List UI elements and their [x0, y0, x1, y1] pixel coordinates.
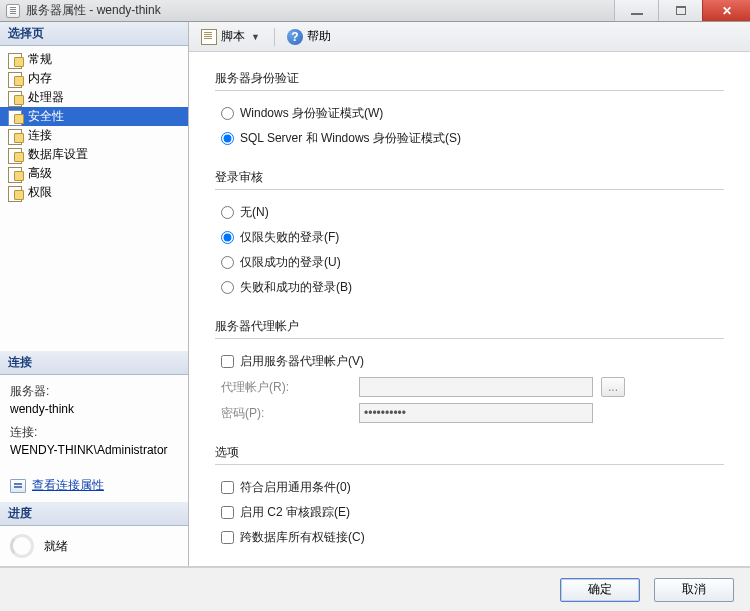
- page-icon: [8, 72, 24, 86]
- audit-option-0[interactable]: 无(N): [221, 200, 724, 225]
- server-value: wendy-think: [10, 402, 178, 416]
- script-label: 脚本: [221, 28, 245, 45]
- audit-radio-0[interactable]: [221, 206, 234, 219]
- auth-option-0[interactable]: Windows 身份验证模式(W): [221, 101, 724, 126]
- options-label-1: 启用 C2 审核跟踪(E): [240, 504, 350, 521]
- script-icon: [201, 29, 217, 45]
- options-checkbox-2[interactable]: [221, 531, 234, 544]
- options-title: 选项: [215, 444, 724, 465]
- proxy-browse-button[interactable]: ...: [601, 377, 625, 397]
- sidebar-item-label: 数据库设置: [28, 146, 88, 163]
- page-icon: [8, 91, 24, 105]
- sidebar-item-label: 处理器: [28, 89, 64, 106]
- proxy-group: 启用服务器代理帐户(V) 代理帐户(R): ... 密码(P):: [221, 349, 724, 426]
- connection-header: 连接: [0, 351, 188, 375]
- proxy-account-row: 代理帐户(R): ...: [221, 374, 724, 400]
- conn-value: WENDY-THINK\Administrator: [10, 443, 178, 457]
- ok-button[interactable]: 确定: [560, 578, 640, 602]
- audit-label-3: 失败和成功的登录(B): [240, 279, 352, 296]
- page-tree: 常规内存处理器安全性连接数据库设置高级权限: [0, 46, 188, 351]
- toolbar-separator: [274, 28, 275, 46]
- proxy-account-field[interactable]: [359, 377, 593, 397]
- content-area: 服务器身份验证 Windows 身份验证模式(W)SQL Server 和 Wi…: [189, 52, 750, 566]
- proxy-enable-row[interactable]: 启用服务器代理帐户(V): [221, 349, 724, 374]
- page-icon: [8, 53, 24, 67]
- titlebar-row: 服务器属性 - wendy-think: [0, 0, 750, 22]
- right-pane: 脚本 ▼ 帮助 服务器身份验证 Windows 身份验证模式(W)SQL Ser…: [189, 22, 750, 566]
- view-connection-properties-link[interactable]: 查看连接属性: [32, 477, 104, 494]
- auth-label-1: SQL Server 和 Windows 身份验证模式(S): [240, 130, 461, 147]
- audit-radio-2[interactable]: [221, 256, 234, 269]
- maximize-button[interactable]: [658, 0, 702, 21]
- progress-row: 就绪: [0, 526, 188, 566]
- titlebar[interactable]: 服务器属性 - wendy-think: [0, 0, 614, 21]
- options-option-0[interactable]: 符合启用通用条件(0): [221, 475, 724, 500]
- page-icon: [8, 129, 24, 143]
- page-icon: [8, 148, 24, 162]
- options-option-2[interactable]: 跨数据库所有权链接(C): [221, 525, 724, 550]
- help-icon: [287, 29, 303, 45]
- audit-label-2: 仅限成功的登录(U): [240, 254, 341, 271]
- progress-spinner-icon: [10, 534, 34, 558]
- audit-option-3[interactable]: 失败和成功的登录(B): [221, 275, 724, 300]
- window-controls: [614, 0, 750, 21]
- proxy-title: 服务器代理帐户: [215, 318, 724, 339]
- proxy-password-field[interactable]: [359, 403, 593, 423]
- options-option-1[interactable]: 启用 C2 审核跟踪(E): [221, 500, 724, 525]
- help-button[interactable]: 帮助: [283, 26, 335, 47]
- audit-label-0: 无(N): [240, 204, 269, 221]
- sidebar-item-security[interactable]: 安全性: [0, 107, 188, 126]
- audit-option-1[interactable]: 仅限失败的登录(F): [221, 225, 724, 250]
- options-label-2: 跨数据库所有权链接(C): [240, 529, 365, 546]
- sidebar-item-cpu[interactable]: 处理器: [0, 88, 188, 107]
- sidebar-item-connections[interactable]: 连接: [0, 126, 188, 145]
- close-button[interactable]: [702, 0, 750, 21]
- sidebar-item-advanced[interactable]: 高级: [0, 164, 188, 183]
- connection-box: 服务器: wendy-think 连接: WENDY-THINK\Adminis…: [0, 375, 188, 471]
- audit-radio-3[interactable]: [221, 281, 234, 294]
- server-label: 服务器:: [10, 383, 178, 400]
- sidebar-item-permissions[interactable]: 权限: [0, 183, 188, 202]
- audit-radio-1[interactable]: [221, 231, 234, 244]
- sidebar-item-general[interactable]: 常规: [0, 50, 188, 69]
- sidebar-item-dbsettings[interactable]: 数据库设置: [0, 145, 188, 164]
- cancel-button[interactable]: 取消: [654, 578, 734, 602]
- app-icon: [6, 4, 20, 18]
- properties-icon: [10, 479, 26, 493]
- script-dropdown-icon[interactable]: ▼: [249, 32, 262, 42]
- audit-group: 无(N)仅限失败的登录(F)仅限成功的登录(U)失败和成功的登录(B): [221, 200, 724, 300]
- options-group: 符合启用通用条件(0)启用 C2 审核跟踪(E)跨数据库所有权链接(C): [221, 475, 724, 550]
- page-icon: [8, 186, 24, 200]
- view-connection-properties[interactable]: 查看连接属性: [0, 471, 188, 502]
- progress-header: 进度: [0, 502, 188, 526]
- sidebar-item-label: 安全性: [28, 108, 64, 125]
- conn-label: 连接:: [10, 424, 178, 441]
- help-label: 帮助: [307, 28, 331, 45]
- auth-group: Windows 身份验证模式(W)SQL Server 和 Windows 身份…: [221, 101, 724, 151]
- proxy-enable-label: 启用服务器代理帐户(V): [240, 353, 364, 370]
- minimize-button[interactable]: [614, 0, 658, 21]
- options-label-0: 符合启用通用条件(0): [240, 479, 351, 496]
- audit-option-2[interactable]: 仅限成功的登录(U): [221, 250, 724, 275]
- auth-radio-0[interactable]: [221, 107, 234, 120]
- auth-radio-1[interactable]: [221, 132, 234, 145]
- footer: 确定 取消: [0, 567, 750, 611]
- audit-label-1: 仅限失败的登录(F): [240, 229, 339, 246]
- options-checkbox-1[interactable]: [221, 506, 234, 519]
- proxy-password-row: 密码(P):: [221, 400, 724, 426]
- select-page-header: 选择页: [0, 22, 188, 46]
- auth-option-1[interactable]: SQL Server 和 Windows 身份验证模式(S): [221, 126, 724, 151]
- page-icon: [8, 110, 24, 124]
- toolbar: 脚本 ▼ 帮助: [189, 22, 750, 52]
- sidebar-item-label: 内存: [28, 70, 52, 87]
- sidebar-item-label: 权限: [28, 184, 52, 201]
- sidebar-item-label: 高级: [28, 165, 52, 182]
- proxy-password-label: 密码(P):: [221, 405, 351, 422]
- script-button[interactable]: 脚本 ▼: [197, 26, 266, 47]
- sidebar-item-memory[interactable]: 内存: [0, 69, 188, 88]
- options-checkbox-0[interactable]: [221, 481, 234, 494]
- proxy-account-label: 代理帐户(R):: [221, 379, 351, 396]
- proxy-enable-checkbox[interactable]: [221, 355, 234, 368]
- sidebar-item-label: 常规: [28, 51, 52, 68]
- auth-title: 服务器身份验证: [215, 70, 724, 91]
